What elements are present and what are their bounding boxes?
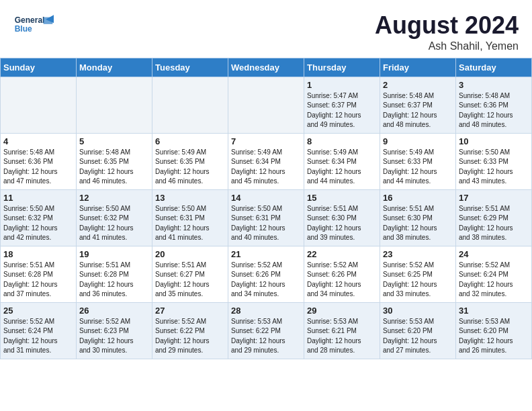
- calendar-cell: 15Sunrise: 5:51 AM Sunset: 6:30 PM Dayli…: [304, 189, 380, 246]
- calendar-cell: 26Sunrise: 5:52 AM Sunset: 6:23 PM Dayli…: [77, 302, 152, 359]
- day-number: 31: [459, 306, 529, 316]
- day-number: 15: [307, 193, 377, 203]
- calendar-cell: [152, 77, 228, 133]
- day-number: 29: [307, 306, 377, 316]
- day-detail: Sunrise: 5:49 AM Sunset: 6:35 PM Dayligh…: [155, 148, 225, 187]
- day-detail: Sunrise: 5:51 AM Sunset: 6:30 PM Dayligh…: [307, 204, 377, 243]
- calendar-cell: 22Sunrise: 5:52 AM Sunset: 6:26 PM Dayli…: [304, 246, 380, 302]
- day-number: 24: [459, 249, 529, 259]
- calendar-cell: 18Sunrise: 5:51 AM Sunset: 6:28 PM Dayli…: [1, 246, 77, 302]
- day-number: 3: [459, 80, 529, 90]
- day-detail: Sunrise: 5:50 AM Sunset: 6:33 PM Dayligh…: [459, 148, 529, 187]
- calendar-week-3: 11Sunrise: 5:50 AM Sunset: 6:32 PM Dayli…: [1, 189, 532, 246]
- day-detail: Sunrise: 5:52 AM Sunset: 6:22 PM Dayligh…: [155, 317, 225, 356]
- day-number: 22: [307, 249, 377, 259]
- day-number: 16: [383, 193, 453, 203]
- weekday-header-tuesday: Tuesday: [152, 58, 228, 77]
- calendar-cell: 3Sunrise: 5:48 AM Sunset: 6:36 PM Daylig…: [456, 77, 532, 133]
- weekday-header-row: SundayMondayTuesdayWednesdayThursdayFrid…: [1, 58, 532, 77]
- weekday-header-saturday: Saturday: [456, 58, 532, 77]
- calendar-cell: 23Sunrise: 5:52 AM Sunset: 6:25 PM Dayli…: [380, 246, 456, 302]
- page-header: General Blue August 2024 Ash Shahil, Yem…: [0, 0, 532, 58]
- calendar-cell: 2Sunrise: 5:48 AM Sunset: 6:37 PM Daylig…: [380, 77, 456, 133]
- calendar-cell: 29Sunrise: 5:53 AM Sunset: 6:21 PM Dayli…: [304, 302, 380, 359]
- calendar-cell: 24Sunrise: 5:52 AM Sunset: 6:24 PM Dayli…: [456, 246, 532, 302]
- calendar-cell: 6Sunrise: 5:49 AM Sunset: 6:35 PM Daylig…: [152, 133, 228, 189]
- day-number: 6: [155, 136, 225, 146]
- day-number: 19: [79, 249, 149, 259]
- day-detail: Sunrise: 5:53 AM Sunset: 6:20 PM Dayligh…: [459, 317, 529, 356]
- day-detail: Sunrise: 5:52 AM Sunset: 6:24 PM Dayligh…: [459, 261, 529, 300]
- svg-text:General: General: [15, 15, 45, 25]
- calendar-cell: 20Sunrise: 5:51 AM Sunset: 6:27 PM Dayli…: [152, 246, 228, 302]
- calendar-cell: [228, 77, 304, 133]
- calendar-cell: 10Sunrise: 5:50 AM Sunset: 6:33 PM Dayli…: [456, 133, 532, 189]
- day-detail: Sunrise: 5:48 AM Sunset: 6:35 PM Dayligh…: [79, 148, 149, 187]
- calendar-cell: [1, 77, 77, 133]
- day-detail: Sunrise: 5:48 AM Sunset: 6:37 PM Dayligh…: [383, 91, 453, 130]
- day-number: 13: [155, 193, 225, 203]
- day-number: 30: [383, 306, 453, 316]
- calendar-cell: 5Sunrise: 5:48 AM Sunset: 6:35 PM Daylig…: [77, 133, 152, 189]
- day-detail: Sunrise: 5:51 AM Sunset: 6:29 PM Dayligh…: [459, 204, 529, 243]
- day-detail: Sunrise: 5:53 AM Sunset: 6:21 PM Dayligh…: [307, 317, 377, 356]
- calendar-cell: 14Sunrise: 5:50 AM Sunset: 6:31 PM Dayli…: [228, 189, 304, 246]
- day-detail: Sunrise: 5:52 AM Sunset: 6:24 PM Dayligh…: [3, 317, 73, 356]
- day-detail: Sunrise: 5:52 AM Sunset: 6:23 PM Dayligh…: [79, 317, 149, 356]
- day-detail: Sunrise: 5:50 AM Sunset: 6:32 PM Dayligh…: [79, 204, 149, 243]
- day-number: 27: [155, 306, 225, 316]
- day-number: 23: [383, 249, 453, 259]
- calendar-cell: 7Sunrise: 5:49 AM Sunset: 6:34 PM Daylig…: [228, 133, 304, 189]
- title-block: August 2024 Ash Shahil, Yemen: [375, 12, 519, 52]
- calendar-cell: 11Sunrise: 5:50 AM Sunset: 6:32 PM Dayli…: [1, 189, 77, 246]
- calendar-cell: 19Sunrise: 5:51 AM Sunset: 6:28 PM Dayli…: [77, 246, 152, 302]
- day-detail: Sunrise: 5:47 AM Sunset: 6:37 PM Dayligh…: [307, 91, 377, 130]
- day-detail: Sunrise: 5:50 AM Sunset: 6:31 PM Dayligh…: [155, 204, 225, 243]
- calendar-cell: 16Sunrise: 5:51 AM Sunset: 6:30 PM Dayli…: [380, 189, 456, 246]
- calendar-week-5: 25Sunrise: 5:52 AM Sunset: 6:24 PM Dayli…: [1, 302, 532, 359]
- calendar-week-2: 4Sunrise: 5:48 AM Sunset: 6:36 PM Daylig…: [1, 133, 532, 189]
- day-number: 4: [3, 136, 73, 146]
- day-number: 21: [231, 249, 301, 259]
- day-detail: Sunrise: 5:52 AM Sunset: 6:25 PM Dayligh…: [383, 261, 453, 300]
- day-detail: Sunrise: 5:53 AM Sunset: 6:22 PM Dayligh…: [231, 317, 301, 356]
- day-number: 9: [383, 136, 453, 146]
- day-detail: Sunrise: 5:48 AM Sunset: 6:36 PM Dayligh…: [459, 91, 529, 130]
- day-number: 18: [3, 249, 73, 259]
- day-number: 7: [231, 136, 301, 146]
- day-detail: Sunrise: 5:50 AM Sunset: 6:31 PM Dayligh…: [231, 204, 301, 243]
- calendar-cell: 13Sunrise: 5:50 AM Sunset: 6:31 PM Dayli…: [152, 189, 228, 246]
- day-detail: Sunrise: 5:48 AM Sunset: 6:36 PM Dayligh…: [3, 148, 73, 187]
- calendar-cell: 30Sunrise: 5:53 AM Sunset: 6:20 PM Dayli…: [380, 302, 456, 359]
- calendar-week-1: 1Sunrise: 5:47 AM Sunset: 6:37 PM Daylig…: [1, 77, 532, 133]
- weekday-header-sunday: Sunday: [1, 58, 77, 77]
- day-number: 5: [79, 136, 149, 146]
- calendar-cell: 21Sunrise: 5:52 AM Sunset: 6:26 PM Dayli…: [228, 246, 304, 302]
- weekday-header-thursday: Thursday: [304, 58, 380, 77]
- day-detail: Sunrise: 5:52 AM Sunset: 6:26 PM Dayligh…: [231, 261, 301, 300]
- calendar-table: SundayMondayTuesdayWednesdayThursdayFrid…: [0, 58, 532, 359]
- day-detail: Sunrise: 5:49 AM Sunset: 6:34 PM Dayligh…: [307, 148, 377, 187]
- day-number: 20: [155, 249, 225, 259]
- day-detail: Sunrise: 5:53 AM Sunset: 6:20 PM Dayligh…: [383, 317, 453, 356]
- calendar-cell: 28Sunrise: 5:53 AM Sunset: 6:22 PM Dayli…: [228, 302, 304, 359]
- day-detail: Sunrise: 5:50 AM Sunset: 6:32 PM Dayligh…: [3, 204, 73, 243]
- day-number: 2: [383, 80, 453, 90]
- day-number: 11: [3, 193, 73, 203]
- day-number: 10: [459, 136, 529, 146]
- day-number: 1: [307, 80, 377, 90]
- day-detail: Sunrise: 5:51 AM Sunset: 6:28 PM Dayligh…: [3, 261, 73, 300]
- calendar-cell: 12Sunrise: 5:50 AM Sunset: 6:32 PM Dayli…: [77, 189, 152, 246]
- weekday-header-monday: Monday: [77, 58, 152, 77]
- calendar-cell: 31Sunrise: 5:53 AM Sunset: 6:20 PM Dayli…: [456, 302, 532, 359]
- calendar-cell: 4Sunrise: 5:48 AM Sunset: 6:36 PM Daylig…: [1, 133, 77, 189]
- location-title: Ash Shahil, Yemen: [375, 40, 519, 52]
- day-number: 17: [459, 193, 529, 203]
- day-detail: Sunrise: 5:51 AM Sunset: 6:28 PM Dayligh…: [79, 261, 149, 300]
- day-number: 12: [79, 193, 149, 203]
- calendar-cell: 9Sunrise: 5:49 AM Sunset: 6:33 PM Daylig…: [380, 133, 456, 189]
- day-number: 8: [307, 136, 377, 146]
- calendar-week-4: 18Sunrise: 5:51 AM Sunset: 6:28 PM Dayli…: [1, 246, 532, 302]
- day-number: 28: [231, 306, 301, 316]
- logo: General Blue: [13, 12, 54, 39]
